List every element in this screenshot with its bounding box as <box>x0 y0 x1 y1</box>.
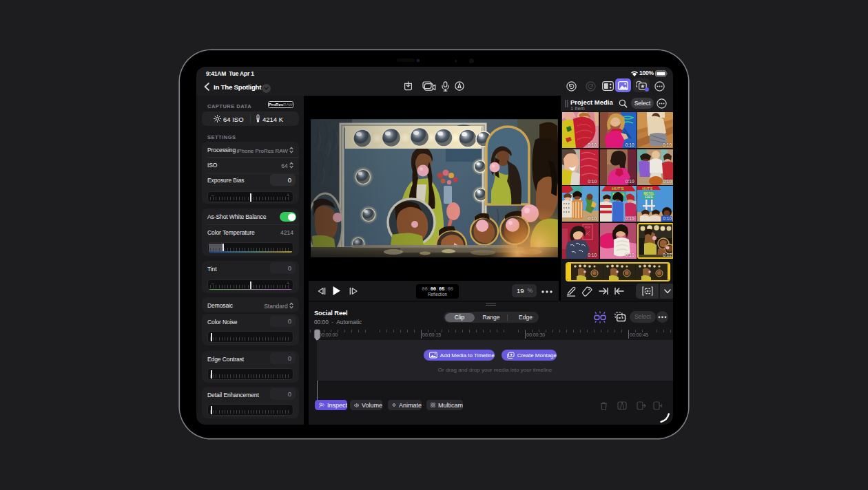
svg-text:CAFE: CAFE <box>645 195 653 199</box>
svg-text:HUT'S: HUT'S <box>643 187 653 191</box>
svg-text:HUT'S: HUT'S <box>612 187 624 191</box>
